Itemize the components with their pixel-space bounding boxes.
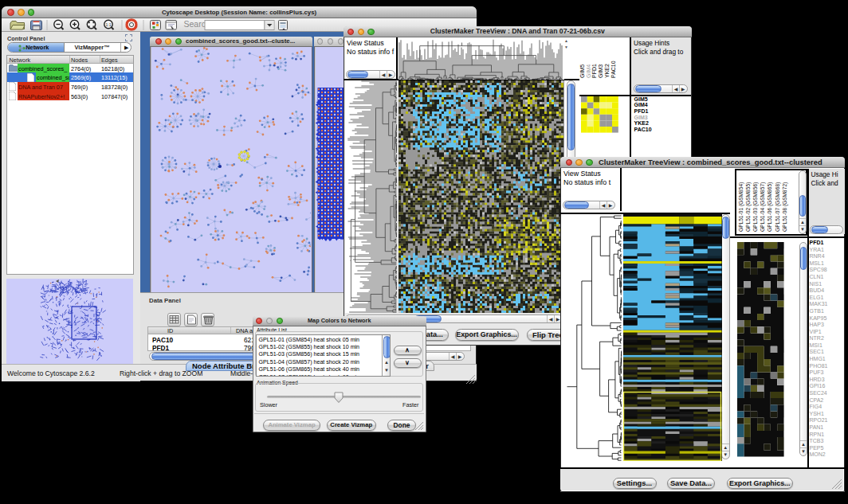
svg-text:GIM3: GIM3 xyxy=(598,64,603,77)
svg-text:GIM4: GIM4 xyxy=(586,64,591,77)
svg-text:PFD1: PFD1 xyxy=(591,64,597,78)
svg-text:GPL51-03 (GSM856): GPL51-03 (GSM856) xyxy=(752,182,758,232)
svg-text:GIM5: GIM5 xyxy=(579,64,585,77)
svg-text:GPL51-02 (GSM855): GPL51-02 (GSM855) xyxy=(744,182,751,232)
svg-text:GPL51-07 (GSM868): GPL51-07 (GSM868) xyxy=(774,182,780,232)
svg-text:GPL51-06 (GSM865): GPL51-06 (GSM865) xyxy=(767,182,773,232)
svg-text:PAC10: PAC10 xyxy=(610,61,616,78)
svg-text:YKE2: YKE2 xyxy=(604,63,610,77)
svg-text:GPL51-01 (GSM854): GPL51-01 (GSM854) xyxy=(737,182,744,232)
svg-text:GPL51-08 (GSM872): GPL51-08 (GSM872) xyxy=(781,182,787,232)
svg-text:GPL51-04 (GSM857): GPL51-04 (GSM857) xyxy=(760,182,766,232)
